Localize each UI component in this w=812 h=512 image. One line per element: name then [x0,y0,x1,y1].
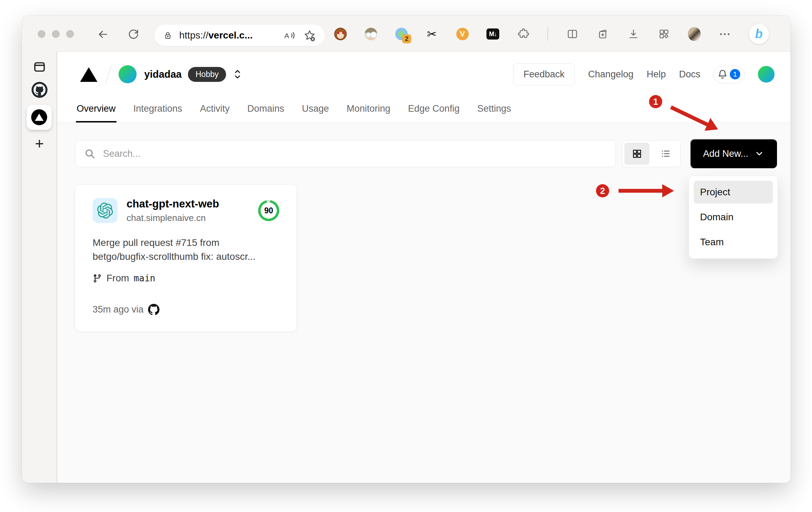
toolbar-divider [547,27,548,41]
screenshot-root: https://vercel.c... A 2 ✂ V [0,0,812,512]
avatar-extension-button[interactable] [364,28,377,41]
read-aloud-icon[interactable]: A [283,29,296,42]
scope-breadcrumb: yidadaa Hobby [79,52,243,97]
annotation-step-2-badge: 2 [596,184,609,197]
browser-profile-button[interactable] [688,28,701,41]
bell-icon [717,69,728,80]
tampermonkey-extension-button[interactable] [334,28,347,41]
tab-overview[interactable]: Overview [76,103,116,122]
url-text: https://vercel.c... [179,30,283,41]
dropdown-item-project[interactable]: Project [694,181,773,204]
favorites-star-icon[interactable] [303,29,316,42]
browser-toolbar: https://vercel.c... A 2 ✂ V [22,16,791,51]
v-icon: V [456,28,469,40]
description-line-2: betgo/bugfix-scrollthumb fix: autoscr... [93,250,280,264]
tab-settings[interactable]: Settings [476,103,512,122]
sidebar-divider [29,131,50,131]
project-domain[interactable]: chat.simplenaive.cn [127,213,219,223]
branch-name[interactable]: main [133,273,155,283]
bing-icon: b [749,24,769,44]
collections-icon [597,28,609,40]
grid-view-icon [632,148,642,159]
essentials-grid-icon [658,28,670,40]
browser-window: https://vercel.c... A 2 ✂ V [22,16,791,483]
close-button[interactable] [38,30,45,38]
scissors-icon: ✂ [427,28,437,40]
description-line-1: Merge pull request #715 from [93,236,280,250]
list-view-button[interactable] [654,143,679,165]
scope-switcher-button[interactable] [232,68,243,80]
v-extension-button[interactable]: V [456,28,469,41]
docs-link[interactable]: Docs [679,69,700,80]
minimize-button[interactable] [52,30,60,38]
feedback-button[interactable]: Feedback [513,63,575,85]
help-link[interactable]: Help [647,69,666,80]
pane-toggle-button[interactable] [22,60,57,75]
header-actions: Feedback Changelog Help Docs 1 [513,52,775,97]
refresh-button[interactable] [127,27,140,41]
dropdown-item-team[interactable]: Team [694,231,773,254]
bing-chat-button[interactable]: b [749,28,769,41]
split-screen-icon [567,28,578,40]
tab-monitoring[interactable]: Monitoring [346,103,391,122]
project-card[interactable]: chat-gpt-next-web chat.simplenaive.cn 90 [75,184,297,332]
window-controls [38,30,74,38]
grid-view-button[interactable] [624,143,649,165]
zoom-button[interactable] [66,30,74,38]
notification-count-badge: 1 [729,68,741,80]
tab-integrations[interactable]: Integrations [133,103,183,122]
tab-usage[interactable]: Usage [301,103,330,122]
dropdown-item-domain[interactable]: Domain [694,206,773,229]
chevron-up-down-icon [232,68,243,80]
clipper-extension-button[interactable]: ✂ [425,28,438,41]
back-button[interactable] [96,27,110,41]
browser-essentials-button[interactable] [657,28,670,41]
project-favicon [93,198,118,223]
github-favicon [32,82,47,98]
extensions-menu-button[interactable] [517,28,530,41]
add-new-dropdown: Project Domain Team [689,176,778,259]
branch-label: From [106,273,129,284]
notifications-button[interactable]: 1 [714,65,745,83]
plan-badge: Hobby [188,67,226,82]
plus-icon: + [35,136,44,151]
vercel-page: yidadaa Hobby Feedback Changelog Help Do… [57,51,791,483]
user-avatar[interactable] [758,66,775,83]
tab-activity[interactable]: Activity [199,103,231,122]
tab-github[interactable] [22,82,57,98]
project-search[interactable] [75,140,616,167]
project-meta: chat-gpt-next-web chat.simplenaive.cn [127,198,219,223]
changelog-link[interactable]: Changelog [588,69,633,80]
tab-domains[interactable]: Domains [247,103,285,122]
chevron-down-icon [754,149,764,159]
vercel-header: yidadaa Hobby Feedback Changelog Help Do… [57,52,791,123]
address-bar[interactable]: https://vercel.c... A [154,25,325,46]
annotation-step-1-badge: 1 [649,95,662,108]
project-card-header: chat-gpt-next-web chat.simplenaive.cn 90 [93,198,280,223]
openai-logo-icon [97,203,113,219]
ellipsis-icon [720,33,729,35]
git-branch-icon [93,274,102,283]
dashboard-tabs: Overview Integrations Activity Domains U… [76,103,512,122]
project-name[interactable]: chat-gpt-next-web [127,198,219,210]
more-menu-button[interactable] [718,28,731,41]
new-tab-button[interactable]: + [22,136,57,151]
translate-extension-button[interactable]: 2 [395,28,408,41]
add-new-button[interactable]: Add New... [690,139,777,168]
split-screen-button[interactable] [566,28,579,41]
downloads-button[interactable] [627,28,640,41]
branch-row: From main [93,273,280,284]
collections-button[interactable] [596,28,609,41]
breadcrumb-slash [105,65,112,84]
vercel-logo[interactable] [79,66,98,83]
deployment-footer: 35m ago via [93,304,280,315]
markdown-download-icon: M↓ [486,28,499,40]
deployment-description[interactable]: Merge pull request #715 from betgo/bugfi… [93,236,280,264]
markdown-extension-button[interactable]: M↓ [486,28,499,41]
tab-vercel-active[interactable] [27,105,52,130]
download-icon [628,28,639,40]
svg-text:A: A [284,32,289,40]
search-input[interactable] [103,148,612,159]
score-ring[interactable]: 90 [258,199,280,222]
tab-edge-config[interactable]: Edge Config [407,103,460,122]
